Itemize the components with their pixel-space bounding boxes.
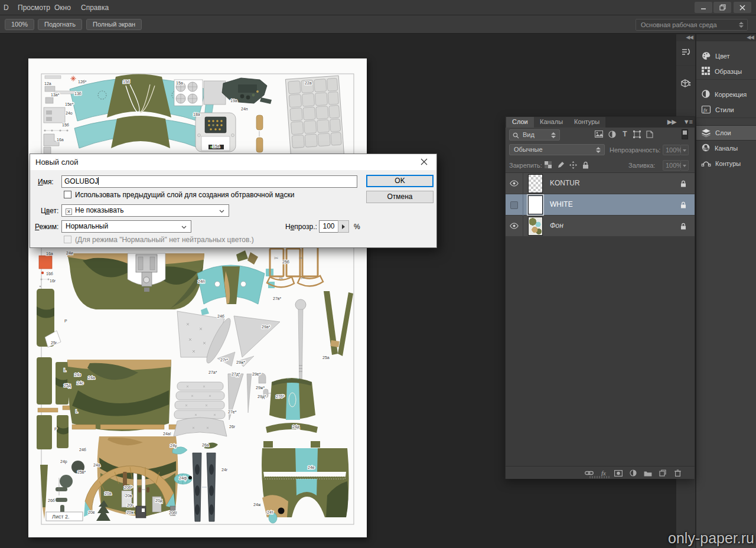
svg-text:12а: 12а [44, 81, 51, 86]
opacity-value[interactable]: 100% [663, 145, 681, 155]
new-layer-dialog: Новый слой Имя: GOLUBOJ OK Отмена Исполь… [30, 154, 437, 248]
menu-window[interactable]: Окно [54, 4, 71, 12]
layer-row-kontur[interactable]: KONTUR [506, 173, 695, 194]
cancel-button[interactable]: Отмена [366, 191, 434, 203]
svg-text:✂: ✂ [274, 255, 279, 261]
layer-thumbnail[interactable] [528, 217, 543, 236]
new-layer-icon[interactable] [657, 468, 668, 478]
new-group-icon[interactable] [643, 468, 653, 478]
opacity-dropdown-arrow[interactable] [681, 145, 689, 155]
tab-paths[interactable]: Контуры [568, 117, 605, 128]
dialog-title-bar[interactable]: Новый слой [30, 154, 436, 170]
svg-text:24и: 24и [66, 251, 73, 255]
svg-text:16г: 16г [50, 279, 56, 283]
layer-name[interactable]: WHITE [550, 200, 573, 208]
panel-expand-icon[interactable]: ▶▶ [667, 118, 676, 125]
svg-text:24п: 24п [198, 279, 205, 283]
fullscreen-button[interactable]: Полный экран [86, 19, 142, 30]
filter-shape-layers-icon[interactable] [632, 129, 641, 139]
ok-button[interactable]: OK [366, 175, 434, 187]
color-select[interactable]: ×Не показывать [61, 204, 229, 217]
svg-text:24б: 24б [79, 448, 86, 452]
dock-item-label: Контуры [715, 160, 741, 167]
fill-value[interactable]: 100% [663, 160, 681, 171]
layer-name-input[interactable]: GOLUBOJ [61, 175, 357, 188]
dock-item-styles[interactable]: fx Стили [696, 102, 756, 118]
lock-all-icon[interactable] [581, 160, 590, 169]
layer-row-white[interactable]: WHITE [506, 194, 695, 216]
layer-thumbnail[interactable] [528, 195, 543, 214]
svg-text:19а: 19а [230, 99, 237, 103]
svg-text:27г*: 27г* [220, 358, 228, 362]
dock-item-swatches[interactable]: Образцы [696, 64, 756, 79]
no-color-icon: × [66, 208, 72, 215]
dock-item-adjustments[interactable]: Коррекция [696, 87, 756, 102]
filter-adjustment-layers-icon[interactable] [607, 129, 617, 139]
svg-text:15а: 15а [176, 81, 183, 85]
dock-item-label: Каналы [715, 145, 738, 152]
document-page[interactable]: Лист 2. 12а12б*15б13а*13б15е*24о15б16а15… [28, 58, 367, 537]
svg-text:26б: 26б [48, 498, 55, 503]
svg-text:24г: 24г [221, 468, 228, 472]
opacity-slider-button[interactable] [338, 220, 349, 233]
add-mask-icon[interactable] [613, 468, 624, 478]
visibility-toggle[interactable] [506, 173, 523, 194]
panel-menu-icon[interactable]: ▼≡ [683, 118, 692, 125]
delete-layer-icon[interactable] [672, 468, 683, 478]
filter-type-layers-icon[interactable]: T [620, 129, 630, 139]
layer-filter-select[interactable]: Вид [509, 129, 560, 141]
swatches-icon [701, 66, 711, 77]
dialog-close-button[interactable] [412, 154, 436, 170]
filter-pixel-layers-icon[interactable] [594, 129, 604, 139]
properties-panel-icon[interactable] [679, 77, 692, 90]
svg-text:24е: 24е [308, 465, 315, 469]
workspace-select-value: Основная рабочая среда [641, 21, 717, 28]
lock-position-icon[interactable] [568, 160, 578, 169]
zoom-100-button[interactable]: 100% [5, 19, 34, 30]
dock-collapse-header-2[interactable]: ◀◀ [696, 34, 756, 41]
svg-text:24ф: 24ф [179, 476, 187, 481]
visibility-toggle[interactable] [506, 216, 523, 237]
tab-layers[interactable]: Слои [506, 117, 534, 128]
new-adjustment-layer-icon[interactable] [628, 468, 638, 478]
clipping-mask-checkbox[interactable] [64, 191, 71, 198]
svg-text:15а: 15а [213, 144, 220, 148]
layer-row-background[interactable]: Фон [506, 216, 695, 237]
close-icon [421, 157, 428, 167]
lock-pixels-icon[interactable] [556, 160, 565, 169]
lock-transparency-icon[interactable] [543, 160, 553, 169]
color-label: Цвет: [41, 207, 58, 215]
opacity-input[interactable]: 100 [319, 220, 338, 233]
filter-toggle-switch[interactable] [682, 129, 688, 139]
workspace-select[interactable]: Основная рабочая среда [636, 19, 748, 31]
canvas-area: Лист 2. 12а12б*15б13а*13б15е*24о15б16а15… [0, 34, 756, 548]
dock-item-paths[interactable]: Контуры [696, 156, 756, 171]
lock-icon [680, 179, 686, 190]
dock-item-label: Слои [715, 129, 731, 136]
layer-name[interactable]: Фон [550, 221, 563, 230]
close-button[interactable] [734, 2, 751, 13]
visibility-toggle[interactable] [506, 194, 523, 216]
layer-thumbnail[interactable] [528, 174, 543, 193]
menu-help[interactable]: Справка [81, 4, 109, 12]
dock-item-color[interactable]: Цвет [696, 48, 756, 64]
blend-mode-select[interactable]: Обычные [509, 144, 605, 155]
filter-smart-objects-icon[interactable] [645, 129, 654, 139]
svg-text:29д*: 29д* [258, 394, 266, 399]
dock-item-channels[interactable]: Каналы [696, 141, 756, 156]
svg-text:24д: 24д [292, 425, 299, 429]
menu-3d[interactable]: D [4, 4, 9, 12]
history-panel-icon[interactable] [679, 46, 692, 59]
dock-item-layers[interactable]: Слои [696, 125, 756, 141]
fill-dropdown-arrow[interactable] [681, 160, 689, 171]
restore-button[interactable] [713, 2, 731, 13]
dock-collapse-header[interactable]: ◀◀ [676, 34, 695, 41]
menu-view[interactable]: Просмотр [18, 4, 50, 12]
panel-drag-grip[interactable] [589, 476, 611, 478]
tab-channels[interactable]: Каналы [534, 117, 569, 128]
svg-text:24з: 24з [74, 373, 81, 377]
fit-screen-button[interactable]: Подогнать [38, 19, 82, 30]
mode-select[interactable]: Нормальный [61, 220, 191, 233]
minimize-button[interactable] [695, 2, 712, 13]
layer-name[interactable]: KONTUR [550, 179, 580, 187]
